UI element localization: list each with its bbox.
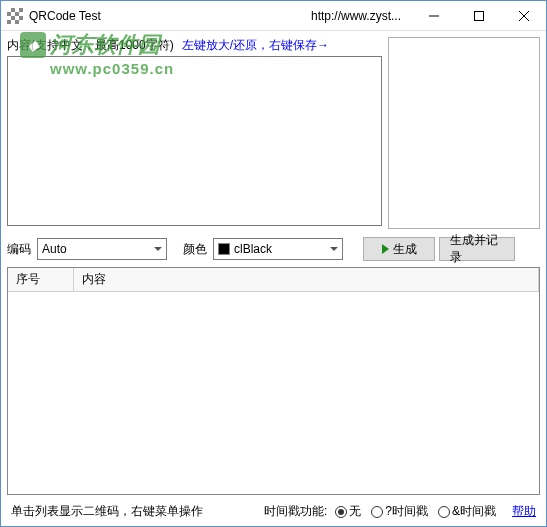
generate-record-label: 生成并记录 xyxy=(450,232,504,266)
footer: 单击列表显示二维码，右键菜单操作 时间戳功能: 无 ?时间戳 &时间戳 帮助 xyxy=(1,499,546,526)
control-row: 编码 Auto 颜色 clBlack 生成 生成并记录 xyxy=(1,233,546,265)
preview-hint: 左键放大/还原，右键保存→ xyxy=(182,37,329,54)
color-value: clBlack xyxy=(234,242,272,256)
main-area: 内容(支持中文，最高1000字符) 左键放大/还原，右键保存→ xyxy=(1,31,546,233)
content-label: 内容(支持中文，最高1000字符) xyxy=(7,37,174,54)
color-dropdown[interactable]: clBlack xyxy=(213,238,343,260)
radio-ampersand-label: &时间戳 xyxy=(452,503,496,520)
maximize-icon xyxy=(474,11,484,21)
color-swatch xyxy=(218,243,230,255)
window-controls xyxy=(411,1,546,30)
radio-question-label: ?时间戳 xyxy=(385,503,428,520)
close-icon xyxy=(519,11,529,21)
titlebar: QRCode Test http://www.zyst... xyxy=(1,1,546,31)
right-column xyxy=(388,37,540,229)
radio-icon xyxy=(335,506,347,518)
app-icon xyxy=(7,8,23,24)
svg-rect-1 xyxy=(474,11,483,20)
left-column: 内容(支持中文，最高1000字符) 左键放大/还原，右键保存→ xyxy=(7,37,382,229)
generate-button[interactable]: 生成 xyxy=(363,237,435,261)
color-label: 颜色 xyxy=(183,241,209,258)
close-button[interactable] xyxy=(501,1,546,30)
radio-none-label: 无 xyxy=(349,503,361,520)
minimize-button[interactable] xyxy=(411,1,456,30)
app-window: QRCode Test http://www.zyst... ◆ 河东软件园 w… xyxy=(0,0,547,527)
chevron-down-icon xyxy=(154,247,162,251)
generate-label: 生成 xyxy=(393,241,417,258)
minimize-icon xyxy=(429,11,439,21)
radio-icon xyxy=(371,506,383,518)
col-content[interactable]: 内容 xyxy=(74,268,539,291)
encoding-value: Auto xyxy=(42,242,67,256)
list-hint: 单击列表显示二维码，右键菜单操作 xyxy=(11,503,203,520)
maximize-button[interactable] xyxy=(456,1,501,30)
generate-record-button[interactable]: 生成并记录 xyxy=(439,237,515,261)
history-table[interactable]: 序号 内容 xyxy=(7,267,540,495)
help-link[interactable]: 帮助 xyxy=(512,503,536,520)
radio-question[interactable]: ?时间戳 xyxy=(371,503,428,520)
encoding-label: 编码 xyxy=(7,241,33,258)
timestamp-label: 时间戳功能: xyxy=(264,503,327,520)
url-text: http://www.zyst... xyxy=(311,9,401,23)
chevron-down-icon xyxy=(330,247,338,251)
play-icon xyxy=(382,244,389,254)
table-header: 序号 内容 xyxy=(8,268,539,292)
window-title: QRCode Test xyxy=(29,9,101,23)
col-seq[interactable]: 序号 xyxy=(8,268,74,291)
radio-icon xyxy=(438,506,450,518)
content-textarea[interactable] xyxy=(7,56,382,226)
radio-ampersand[interactable]: &时间戳 xyxy=(438,503,496,520)
radio-none[interactable]: 无 xyxy=(335,503,361,520)
qrcode-preview[interactable] xyxy=(388,37,540,229)
encoding-dropdown[interactable]: Auto xyxy=(37,238,167,260)
content-label-row: 内容(支持中文，最高1000字符) 左键放大/还原，右键保存→ xyxy=(7,37,382,54)
